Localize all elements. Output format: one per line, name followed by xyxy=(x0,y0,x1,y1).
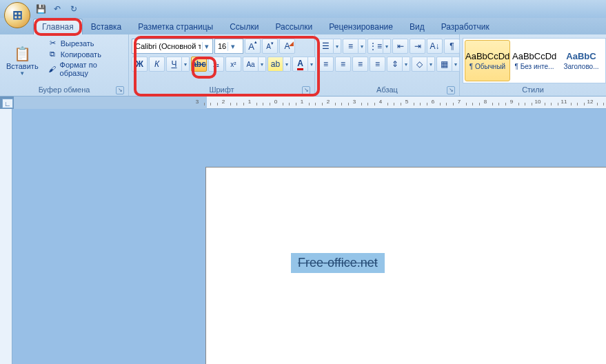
paragraph-launcher[interactable]: ↘ xyxy=(447,86,455,94)
strikethrough-button[interactable]: abc xyxy=(191,57,207,72)
style-sample: AaBbCcDd xyxy=(512,51,556,61)
numbering-button[interactable]: ≡▾ xyxy=(343,39,366,54)
redo-button[interactable]: ↻ xyxy=(68,3,80,15)
paste-dropdown-icon: ▼ xyxy=(19,70,25,77)
styles-gallery[interactable]: AaBbCcDd ¶ Обычный AaBbCcDd ¶ Без инте..… xyxy=(463,38,606,83)
subscript-button[interactable]: x₂ xyxy=(208,57,224,72)
line-spacing-button[interactable]: ⇕▾ xyxy=(387,57,410,72)
horizontal-ruler[interactable]: 3210123456789101112 xyxy=(0,97,606,109)
align-right-button[interactable]: ≡ xyxy=(352,57,368,72)
justify-button[interactable]: ≡ xyxy=(370,57,385,72)
watermark: FREE-OFFICE.NET xyxy=(479,342,596,357)
selected-text[interactable]: Free-office.net xyxy=(291,253,385,273)
show-marks-button[interactable]: ¶ xyxy=(444,39,460,54)
watermark-logo-icon xyxy=(479,342,494,357)
tab-selector[interactable]: ∟ xyxy=(2,99,13,108)
cut-label: Вырезать xyxy=(61,39,94,48)
font-family-combo[interactable]: Calibri (Основной те▾ xyxy=(132,39,213,54)
format-painter-label: Формат по образцу xyxy=(60,61,123,77)
bullets-button[interactable]: ☰▾ xyxy=(318,39,341,54)
work-area: Free-office.net xyxy=(0,109,606,364)
tab-references[interactable]: Ссылки xyxy=(221,19,267,34)
paste-icon: 📋 xyxy=(14,46,31,62)
highlight-button[interactable]: ab▾ xyxy=(267,57,291,72)
font-color-button[interactable]: A▾ xyxy=(292,57,316,72)
tab-page-layout[interactable]: Разметка страницы xyxy=(130,19,221,34)
copy-icon: ⧉ xyxy=(48,50,58,59)
tab-mailings[interactable]: Рассылки xyxy=(267,19,321,34)
shrink-font-button[interactable]: A▾ xyxy=(262,39,278,54)
copy-label: Копировать xyxy=(61,50,101,59)
sort-button[interactable]: A↓ xyxy=(427,39,443,54)
group-clipboard-title: Буфер обмена↘ xyxy=(3,85,125,96)
font-size-value: 16 xyxy=(218,42,226,50)
paste-label: Вставить xyxy=(6,62,39,70)
group-font-title: Шрифт↘ xyxy=(132,85,312,96)
style-name: Заголово... xyxy=(559,63,603,70)
style-sample: AaBbC xyxy=(559,51,603,61)
office-button[interactable]: ⊞ xyxy=(4,2,30,28)
title-bar: ⊞ 💾 ↶ ↻ xyxy=(0,0,606,18)
font-family-value: Calibri (Основной те xyxy=(135,42,201,50)
decrease-indent-button[interactable]: ⇤ xyxy=(392,39,408,54)
dropdown-icon: ▾ xyxy=(228,42,237,51)
underline-button[interactable]: Ч▾ xyxy=(166,57,190,72)
shading-button[interactable]: ◇▾ xyxy=(412,57,435,72)
brush-icon: 🖌 xyxy=(48,65,57,73)
ribbon: 📋 Вставить ▼ ✂Вырезать ⧉Копировать 🖌Форм… xyxy=(0,34,606,97)
change-case-button[interactable]: Aa▾ xyxy=(243,57,266,72)
italic-button[interactable]: К xyxy=(149,57,165,72)
align-center-button[interactable]: ≡ xyxy=(335,57,351,72)
format-painter-button[interactable]: 🖌Формат по образцу xyxy=(45,60,125,78)
dropdown-icon: ▾ xyxy=(202,42,211,51)
undo-button[interactable]: ↶ xyxy=(51,3,63,15)
align-left-button[interactable]: ≡ xyxy=(318,57,334,72)
superscript-button[interactable]: x² xyxy=(225,57,241,72)
group-styles: AaBbCcDd ¶ Обычный AaBbCcDd ¶ Без инте..… xyxy=(460,34,606,96)
cut-icon: ✂ xyxy=(48,39,58,48)
cut-button[interactable]: ✂Вырезать xyxy=(45,38,125,48)
group-paragraph-title: Абзац↘ xyxy=(318,85,456,96)
watermark-text: FREE-OFFICE.NET xyxy=(500,344,596,355)
clear-formatting-button[interactable]: A◢ xyxy=(279,39,295,54)
group-font: Calibri (Основной те▾ 16▾ A▴ A▾ A◢ Ж К Ч… xyxy=(129,34,315,96)
office-logo-icon: ⊞ xyxy=(12,8,23,23)
copy-button[interactable]: ⧉Копировать xyxy=(45,49,125,59)
style-no-spacing[interactable]: AaBbCcDd ¶ Без инте... xyxy=(512,40,557,81)
save-button[interactable]: 💾 xyxy=(34,3,47,15)
bold-button[interactable]: Ж xyxy=(132,57,148,72)
clipboard-launcher[interactable]: ↘ xyxy=(116,86,124,94)
increase-indent-button[interactable]: ⇥ xyxy=(410,39,425,54)
font-launcher[interactable]: ↘ xyxy=(302,86,310,94)
ribbon-tabs: Главная Вставка Разметка страницы Ссылки… xyxy=(0,18,606,34)
tab-view[interactable]: Вид xyxy=(401,19,433,34)
document-scroll-area[interactable]: Free-office.net xyxy=(12,109,606,364)
group-styles-title: Стили xyxy=(463,85,603,96)
multilevel-button[interactable]: ⋮≡▾ xyxy=(367,39,391,54)
borders-button[interactable]: ▦▾ xyxy=(436,57,460,72)
vertical-ruler[interactable] xyxy=(0,109,12,364)
font-size-combo[interactable]: 16▾ xyxy=(214,39,243,54)
group-paragraph: ☰▾ ≡▾ ⋮≡▾ ⇤ ⇥ A↓ ¶ ≡ ≡ ≡ ≡ ⇕▾ ◇▾ ▦▾ Абза… xyxy=(315,34,460,96)
quick-access-toolbar: 💾 ↶ ↻ xyxy=(34,3,80,15)
style-name: ¶ Обычный xyxy=(465,63,509,70)
tab-insert[interactable]: Вставка xyxy=(83,19,130,34)
style-sample: AaBbCcDd xyxy=(465,51,509,61)
tab-review[interactable]: Рецензирование xyxy=(321,19,401,34)
tab-home[interactable]: Главная xyxy=(33,19,83,34)
style-normal[interactable]: AaBbCcDd ¶ Обычный xyxy=(465,40,510,81)
tab-developer[interactable]: Разработчик xyxy=(433,19,498,34)
paste-button[interactable]: 📋 Вставить ▼ xyxy=(3,37,42,85)
style-name: ¶ Без инте... xyxy=(512,63,556,70)
grow-font-button[interactable]: A▴ xyxy=(245,39,261,54)
document-page[interactable]: Free-office.net xyxy=(205,167,606,364)
style-heading[interactable]: AaBbC Заголово... xyxy=(558,40,604,81)
group-clipboard: 📋 Вставить ▼ ✂Вырезать ⧉Копировать 🖌Форм… xyxy=(0,34,129,96)
